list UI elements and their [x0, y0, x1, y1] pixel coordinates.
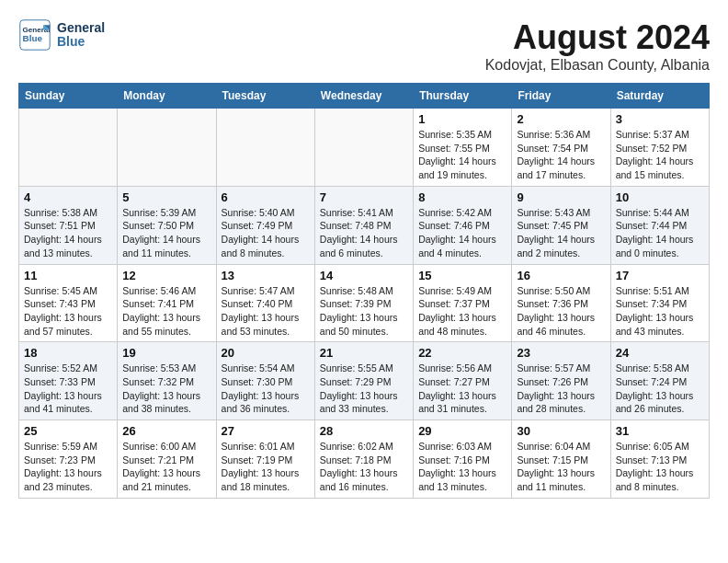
day-number: 12	[122, 269, 210, 282]
calendar-cell: 12Sunrise: 5:46 AM Sunset: 7:41 PM Dayli…	[118, 264, 216, 342]
calendar-week-5: 25Sunrise: 5:59 AM Sunset: 7:23 PM Dayli…	[19, 420, 710, 499]
day-number: 18	[24, 346, 112, 360]
calendar-cell: 5Sunrise: 5:39 AM Sunset: 7:50 PM Daylig…	[118, 186, 216, 264]
day-number: 13	[222, 269, 310, 282]
day-number: 17	[616, 269, 704, 282]
location-subtitle: Kodovjat, Elbasan County, Albania	[485, 57, 710, 74]
calendar-cell	[118, 109, 216, 187]
day-info: Sunrise: 5:41 AM Sunset: 7:48 PM Dayligh…	[320, 206, 408, 260]
day-info: Sunrise: 5:49 AM Sunset: 7:37 PM Dayligh…	[418, 284, 506, 339]
day-number: 23	[517, 346, 605, 360]
calendar-cell: 2Sunrise: 5:36 AM Sunset: 7:54 PM Daylig…	[512, 109, 610, 187]
calendar-cell: 6Sunrise: 5:40 AM Sunset: 7:49 PM Daylig…	[216, 186, 314, 264]
day-info: Sunrise: 5:52 AM Sunset: 7:33 PM Dayligh…	[24, 362, 112, 416]
calendar-cell: 15Sunrise: 5:49 AM Sunset: 7:37 PM Dayli…	[414, 264, 512, 342]
calendar-cell: 9Sunrise: 5:43 AM Sunset: 7:45 PM Daylig…	[512, 186, 610, 264]
day-number: 5	[122, 190, 210, 204]
weekday-header-saturday: Saturday	[610, 84, 709, 109]
day-info: Sunrise: 5:35 AM Sunset: 7:55 PM Dayligh…	[418, 128, 506, 182]
day-info: Sunrise: 5:58 AM Sunset: 7:24 PM Dayligh…	[616, 362, 704, 416]
calendar-week-1: 1Sunrise: 5:35 AM Sunset: 7:55 PM Daylig…	[19, 109, 710, 187]
day-number: 21	[320, 346, 408, 360]
calendar-week-4: 18Sunrise: 5:52 AM Sunset: 7:33 PM Dayli…	[19, 342, 710, 420]
day-info: Sunrise: 5:50 AM Sunset: 7:36 PM Dayligh…	[517, 284, 605, 339]
day-number: 19	[122, 346, 210, 360]
day-number: 27	[222, 424, 310, 438]
day-number: 30	[517, 424, 605, 438]
day-info: Sunrise: 5:43 AM Sunset: 7:45 PM Dayligh…	[517, 206, 605, 260]
calendar-cell: 10Sunrise: 5:44 AM Sunset: 7:44 PM Dayli…	[610, 186, 709, 264]
day-info: Sunrise: 5:54 AM Sunset: 7:30 PM Dayligh…	[222, 362, 310, 416]
weekday-header-friday: Friday	[512, 84, 610, 109]
calendar-cell	[314, 109, 413, 187]
calendar-cell: 23Sunrise: 5:57 AM Sunset: 7:26 PM Dayli…	[512, 342, 610, 420]
calendar-cell: 3Sunrise: 5:37 AM Sunset: 7:52 PM Daylig…	[610, 109, 709, 187]
calendar-cell: 28Sunrise: 6:02 AM Sunset: 7:18 PM Dayli…	[314, 420, 413, 499]
day-info: Sunrise: 5:38 AM Sunset: 7:51 PM Dayligh…	[24, 206, 112, 260]
day-info: Sunrise: 5:40 AM Sunset: 7:49 PM Dayligh…	[222, 206, 310, 260]
calendar-cell: 4Sunrise: 5:38 AM Sunset: 7:51 PM Daylig…	[19, 186, 118, 264]
calendar-cell: 17Sunrise: 5:51 AM Sunset: 7:34 PM Dayli…	[610, 264, 709, 342]
day-number: 11	[24, 269, 112, 282]
day-info: Sunrise: 6:00 AM Sunset: 7:21 PM Dayligh…	[122, 440, 210, 494]
calendar-cell: 29Sunrise: 6:03 AM Sunset: 7:16 PM Dayli…	[414, 420, 512, 499]
calendar-cell: 21Sunrise: 5:55 AM Sunset: 7:29 PM Dayli…	[314, 342, 413, 420]
day-info: Sunrise: 6:04 AM Sunset: 7:15 PM Dayligh…	[517, 440, 605, 494]
calendar-cell: 18Sunrise: 5:52 AM Sunset: 7:33 PM Dayli…	[19, 342, 118, 420]
day-number: 9	[517, 190, 605, 204]
calendar-cell: 1Sunrise: 5:35 AM Sunset: 7:55 PM Daylig…	[414, 109, 512, 187]
day-info: Sunrise: 5:36 AM Sunset: 7:54 PM Dayligh…	[517, 128, 605, 182]
calendar-cell: 7Sunrise: 5:41 AM Sunset: 7:48 PM Daylig…	[314, 186, 413, 264]
calendar-table: SundayMondayTuesdayWednesdayThursdayFrid…	[18, 83, 710, 499]
day-info: Sunrise: 6:01 AM Sunset: 7:19 PM Dayligh…	[222, 440, 310, 494]
day-info: Sunrise: 5:57 AM Sunset: 7:26 PM Dayligh…	[517, 362, 605, 416]
page-header: General Blue General Blue August 2024 Ko…	[18, 18, 710, 74]
logo-text: General Blue	[57, 21, 105, 50]
calendar-cell: 26Sunrise: 6:00 AM Sunset: 7:21 PM Dayli…	[118, 420, 216, 499]
calendar-cell: 19Sunrise: 5:53 AM Sunset: 7:32 PM Dayli…	[118, 342, 216, 420]
day-info: Sunrise: 6:02 AM Sunset: 7:18 PM Dayligh…	[320, 440, 408, 494]
calendar-cell: 22Sunrise: 5:56 AM Sunset: 7:27 PM Dayli…	[414, 342, 512, 420]
weekday-header-row: SundayMondayTuesdayWednesdayThursdayFrid…	[19, 84, 710, 109]
day-info: Sunrise: 6:03 AM Sunset: 7:16 PM Dayligh…	[418, 440, 506, 494]
day-info: Sunrise: 5:39 AM Sunset: 7:50 PM Dayligh…	[122, 206, 210, 260]
day-info: Sunrise: 5:56 AM Sunset: 7:27 PM Dayligh…	[418, 362, 506, 416]
day-info: Sunrise: 5:37 AM Sunset: 7:52 PM Dayligh…	[616, 128, 704, 182]
day-number: 1	[418, 112, 506, 126]
calendar-cell: 8Sunrise: 5:42 AM Sunset: 7:46 PM Daylig…	[414, 186, 512, 264]
day-info: Sunrise: 5:47 AM Sunset: 7:40 PM Dayligh…	[222, 284, 310, 339]
day-number: 16	[517, 269, 605, 282]
day-number: 29	[418, 424, 506, 438]
calendar-week-3: 11Sunrise: 5:45 AM Sunset: 7:43 PM Dayli…	[19, 264, 710, 342]
day-number: 26	[122, 424, 210, 438]
day-info: Sunrise: 5:55 AM Sunset: 7:29 PM Dayligh…	[320, 362, 408, 416]
day-number: 2	[517, 112, 605, 126]
calendar-week-2: 4Sunrise: 5:38 AM Sunset: 7:51 PM Daylig…	[19, 186, 710, 264]
calendar-cell	[216, 109, 314, 187]
day-number: 31	[616, 424, 704, 438]
day-number: 7	[320, 190, 408, 204]
calendar-cell: 27Sunrise: 6:01 AM Sunset: 7:19 PM Dayli…	[216, 420, 314, 499]
calendar-cell: 25Sunrise: 5:59 AM Sunset: 7:23 PM Dayli…	[19, 420, 118, 499]
day-info: Sunrise: 5:45 AM Sunset: 7:43 PM Dayligh…	[24, 284, 112, 339]
day-info: Sunrise: 5:46 AM Sunset: 7:41 PM Dayligh…	[122, 284, 210, 339]
calendar-cell: 16Sunrise: 5:50 AM Sunset: 7:36 PM Dayli…	[512, 264, 610, 342]
day-info: Sunrise: 5:51 AM Sunset: 7:34 PM Dayligh…	[616, 284, 704, 339]
day-number: 24	[616, 346, 704, 360]
day-number: 4	[24, 190, 112, 204]
weekday-header-thursday: Thursday	[414, 84, 512, 109]
day-number: 14	[320, 269, 408, 282]
calendar-cell: 31Sunrise: 6:05 AM Sunset: 7:13 PM Dayli…	[610, 420, 709, 499]
logo-icon: General Blue	[18, 18, 51, 52]
day-info: Sunrise: 5:44 AM Sunset: 7:44 PM Dayligh…	[616, 206, 704, 260]
weekday-header-wednesday: Wednesday	[314, 84, 413, 109]
day-number: 8	[418, 190, 506, 204]
calendar-cell: 14Sunrise: 5:48 AM Sunset: 7:39 PM Dayli…	[314, 264, 413, 342]
calendar-cell	[19, 109, 118, 187]
calendar-cell: 11Sunrise: 5:45 AM Sunset: 7:43 PM Dayli…	[19, 264, 118, 342]
day-info: Sunrise: 5:59 AM Sunset: 7:23 PM Dayligh…	[24, 440, 112, 494]
day-number: 22	[418, 346, 506, 360]
day-info: Sunrise: 5:48 AM Sunset: 7:39 PM Dayligh…	[320, 284, 408, 339]
day-number: 28	[320, 424, 408, 438]
day-number: 25	[24, 424, 112, 438]
